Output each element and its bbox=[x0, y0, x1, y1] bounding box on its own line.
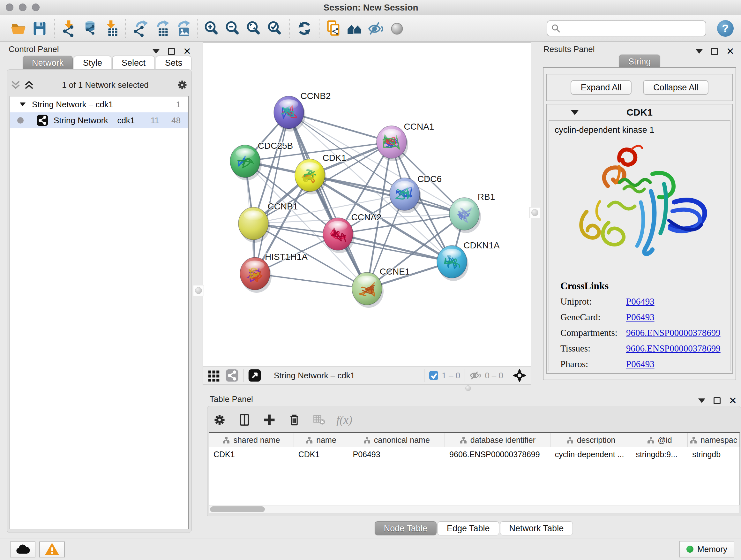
network-node-CDC6[interactable]: CDC6 bbox=[390, 174, 442, 213]
network-edge-CCNB2-HIST1H1A[interactable] bbox=[255, 112, 289, 273]
table-cell[interactable]: CDK1 bbox=[294, 447, 348, 461]
warning-icon bbox=[45, 543, 59, 556]
selected-checkbox-icon[interactable] bbox=[429, 371, 439, 380]
table-cell[interactable]: cyclin-dependent ... bbox=[550, 447, 631, 461]
collapse-all-chevron-icon[interactable] bbox=[10, 80, 21, 90]
export-image-button[interactable] bbox=[172, 18, 193, 39]
save-session-button[interactable] bbox=[29, 18, 50, 39]
tab-network[interactable]: Network bbox=[23, 56, 73, 70]
table-cell[interactable]: CDK1 bbox=[209, 447, 294, 461]
tab-sets[interactable]: Sets bbox=[156, 56, 192, 70]
show-all-button[interactable] bbox=[387, 18, 408, 39]
first-neighbors-button[interactable] bbox=[344, 18, 365, 39]
open-session-button[interactable] bbox=[8, 18, 29, 39]
column-header--id[interactable]: @id bbox=[631, 433, 688, 447]
crosslink-label: Pharos: bbox=[560, 359, 626, 369]
fit-selected-crosshair-icon[interactable] bbox=[513, 368, 527, 382]
table-cell[interactable]: stringdb:9... bbox=[631, 447, 688, 461]
control-panel-float-icon[interactable] bbox=[168, 48, 175, 55]
crosslink-link[interactable]: 9606.ENSP00000378699 bbox=[626, 343, 721, 354]
column-header-name[interactable]: name bbox=[294, 433, 348, 447]
search-box[interactable] bbox=[547, 20, 706, 37]
zoom-fit-button[interactable] bbox=[244, 18, 265, 39]
table-panel-close-icon[interactable]: ✕ bbox=[729, 396, 737, 406]
export-network-button[interactable] bbox=[130, 18, 151, 39]
string-network-icon bbox=[37, 114, 49, 126]
import-network-file-button[interactable] bbox=[58, 18, 79, 39]
tree-expand-icon[interactable] bbox=[19, 102, 26, 107]
hide-selected-button[interactable] bbox=[365, 18, 387, 39]
tab-select[interactable]: Select bbox=[112, 56, 155, 70]
expand-all-button[interactable]: Expand All bbox=[570, 80, 632, 95]
table-panel-float-icon[interactable] bbox=[714, 397, 721, 404]
import-network-database-button[interactable] bbox=[79, 18, 100, 39]
network-options-gear-icon[interactable] bbox=[176, 79, 188, 91]
network-node-CCNB2[interactable]: CCNB2 bbox=[274, 91, 331, 132]
tab-string[interactable]: String bbox=[619, 55, 660, 69]
network-node-HIST1H1A[interactable]: HIST1H1A bbox=[240, 252, 308, 293]
crosslink-label: Tissues: bbox=[560, 343, 626, 354]
memory-button[interactable]: Memory bbox=[679, 541, 734, 557]
table-cell[interactable]: 9606.ENSP00000378699 bbox=[445, 447, 550, 461]
tab-edge-table[interactable]: Edge Table bbox=[437, 521, 499, 536]
tab-network-table[interactable]: Network Table bbox=[500, 521, 573, 536]
column-header-namespac[interactable]: namespac bbox=[688, 433, 739, 447]
results-panel-float-icon[interactable] bbox=[711, 48, 718, 55]
network-view-canvas[interactable]: CCNB2 CCNA1 CDC25B CDK1 CDC6 RB1 CCNB1 bbox=[203, 43, 531, 366]
control-panel-close-icon[interactable]: ✕ bbox=[183, 47, 191, 56]
right-splitter-handle[interactable] bbox=[529, 207, 540, 218]
crosslink-link[interactable]: P06493 bbox=[626, 296, 655, 307]
table-hscrollbar[interactable] bbox=[209, 505, 740, 513]
network-edge-CCNB2-CCNE1[interactable] bbox=[289, 112, 367, 289]
collapse-all-button[interactable]: Collapse All bbox=[643, 80, 709, 95]
table-panel-menu-icon[interactable] bbox=[698, 398, 705, 403]
birds-eye-view-icon[interactable] bbox=[248, 369, 261, 382]
import-table-file-button[interactable] bbox=[100, 18, 122, 39]
results-panel-close-icon[interactable]: ✕ bbox=[726, 47, 734, 56]
network-node-CCNE1[interactable]: CCNE1 bbox=[352, 266, 410, 308]
expand-all-chevron-icon[interactable] bbox=[23, 80, 35, 90]
export-table-button[interactable] bbox=[151, 18, 172, 39]
network-node-RB1[interactable]: RB1 bbox=[449, 192, 495, 233]
warnings-button[interactable] bbox=[39, 542, 65, 557]
tab-style[interactable]: Style bbox=[74, 56, 111, 70]
crosslink-link[interactable]: P06493 bbox=[626, 359, 655, 369]
new-network-from-selection-button[interactable] bbox=[323, 18, 344, 39]
zoom-out-button[interactable] bbox=[222, 18, 244, 39]
network-row-selected[interactable]: String Network – cdk1 11 48 bbox=[10, 112, 188, 128]
table-options-gear-button[interactable] bbox=[212, 412, 227, 428]
zoom-in-button[interactable] bbox=[201, 18, 222, 39]
column-header-description[interactable]: description bbox=[550, 433, 631, 447]
network-collection-row[interactable]: String Network – cdk1 1 bbox=[10, 97, 188, 112]
zoom-selected-button[interactable] bbox=[265, 18, 286, 39]
results-panel-menu-icon[interactable] bbox=[696, 49, 703, 54]
control-panel-menu-icon[interactable] bbox=[152, 49, 159, 54]
apply-preferred-layout-button[interactable] bbox=[294, 18, 315, 39]
left-splitter-handle[interactable] bbox=[193, 285, 204, 296]
column-header-canonical-name[interactable]: canonical name bbox=[348, 433, 445, 447]
hidden-eye-slash-icon[interactable] bbox=[469, 371, 482, 380]
cloud-status-button[interactable] bbox=[10, 542, 36, 557]
create-column-button[interactable] bbox=[262, 412, 277, 428]
tab-node-table[interactable]: Node Table bbox=[375, 521, 436, 536]
help-button[interactable]: ? bbox=[717, 20, 734, 37]
column-header-shared-name[interactable]: shared name bbox=[209, 433, 294, 447]
status-bar: Memory bbox=[0, 539, 741, 560]
gene-section-header[interactable]: CDK1 bbox=[547, 105, 732, 120]
gene-collapse-icon[interactable] bbox=[571, 110, 579, 115]
search-input[interactable] bbox=[561, 23, 702, 33]
graphics-details-grid-icon[interactable] bbox=[207, 369, 220, 382]
bottom-splitter-handle[interactable] bbox=[464, 385, 473, 392]
crosslink-link[interactable]: 9606.ENSP00000378699 bbox=[626, 327, 721, 338]
table-cell[interactable]: P06493 bbox=[348, 447, 445, 461]
network-node-CDKN1A[interactable]: CDKN1A bbox=[437, 240, 500, 281]
table-cell[interactable]: stringdb bbox=[688, 447, 739, 461]
delete-columns-button[interactable] bbox=[286, 412, 302, 428]
network-overview-icon[interactable] bbox=[225, 369, 239, 382]
column-header-database-identifier[interactable]: database identifier bbox=[445, 433, 550, 447]
table-panel-body: f(x) shared name name canonical name dat… bbox=[207, 406, 741, 516]
table-hscrollbar-thumb[interactable] bbox=[210, 506, 265, 512]
show-columns-button[interactable] bbox=[237, 412, 252, 428]
network-edge-HIST1H1A-CCNE1[interactable] bbox=[255, 273, 367, 289]
crosslink-link[interactable]: P06493 bbox=[626, 312, 655, 322]
